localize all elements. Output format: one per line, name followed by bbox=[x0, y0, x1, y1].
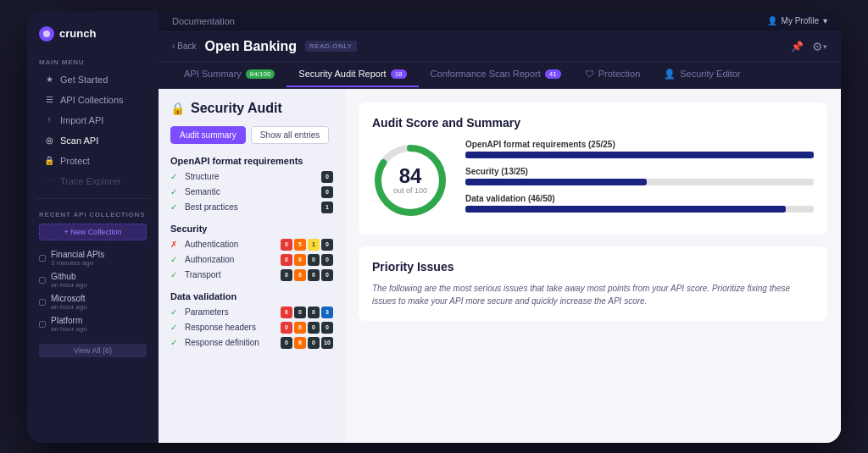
check-icon: ✓ bbox=[170, 270, 181, 279]
sidebar-item-label: Protect bbox=[60, 156, 90, 166]
audit-row-label: Parameters bbox=[185, 307, 276, 317]
collection-time: an hour ago bbox=[51, 281, 147, 289]
list-item: Github an hour ago bbox=[39, 269, 147, 291]
badge: 3 bbox=[321, 307, 333, 318]
tab-badge: 84/100 bbox=[246, 69, 275, 79]
bar-row: OpenAPI format requirements (25/25) bbox=[465, 140, 814, 158]
profile-button[interactable]: 👤 My Profile ▾ bbox=[767, 16, 827, 25]
score-out-of: out of 100 bbox=[393, 186, 427, 195]
badge: 0 bbox=[308, 254, 320, 266]
content-area: 🔒 Security Audit Audit summary Show all … bbox=[159, 89, 841, 443]
sidebar-item-protect[interactable]: 🔒 Protect bbox=[32, 152, 153, 170]
badge: 0 bbox=[281, 307, 292, 318]
sidebar-section-label: MAIN MENU bbox=[27, 53, 159, 69]
logo-icon bbox=[39, 26, 54, 41]
audit-title: Security Audit bbox=[191, 101, 282, 116]
badge: 0 bbox=[321, 186, 333, 198]
shield-icon: 🛡 bbox=[585, 69, 594, 79]
audit-buttons: Audit summary Show all entries bbox=[170, 126, 333, 144]
badge: 0 bbox=[294, 307, 306, 318]
back-button[interactable]: ‹ Back bbox=[172, 41, 197, 51]
sidebar-item-label: API Collections bbox=[60, 95, 124, 105]
badge: 10 bbox=[321, 337, 333, 349]
sidebar-item-api-collections[interactable]: ☰ API Collections bbox=[32, 91, 153, 109]
audit-row: ✓ Transport 0 8 0 0 bbox=[170, 269, 333, 281]
sidebar-item-import-api[interactable]: ↑ Import API bbox=[32, 111, 153, 130]
check-icon: ✓ bbox=[170, 202, 181, 212]
collection-dot bbox=[39, 299, 46, 306]
star-icon: ★ bbox=[44, 75, 54, 84]
security-section: Security ✗ Authentication 0 5 1 0 bbox=[170, 224, 333, 281]
badge: 0 bbox=[321, 269, 333, 281]
badge: 8 bbox=[294, 269, 306, 281]
recent-collections: RECENT API COLLECTIONS + New Collection … bbox=[27, 206, 159, 339]
tab-security-audit[interactable]: Security Audit Report 18 bbox=[287, 62, 418, 87]
section-title: Data validation bbox=[170, 291, 333, 301]
collection-dot bbox=[39, 321, 46, 328]
audit-row-label: Structure bbox=[185, 172, 317, 181]
badge: 0 bbox=[308, 337, 320, 349]
cross-icon: ✗ bbox=[170, 240, 181, 249]
app-layout: crunch MAIN MENU ★ Get Started ☰ API Col… bbox=[27, 11, 841, 443]
tab-security-editor[interactable]: 👤 Security Editor bbox=[652, 62, 753, 88]
sidebar-item-label: Trace Explorer bbox=[60, 176, 121, 186]
list-item: Platform an hour ago bbox=[39, 313, 147, 335]
collection-time: an hour ago bbox=[51, 303, 147, 311]
score-section: Audit Score and Summary 84 ou bbox=[359, 102, 827, 235]
tab-api-summary[interactable]: API Summary 84/100 bbox=[172, 62, 287, 87]
badge: 0 bbox=[281, 337, 292, 349]
lock-icon: 🔒 bbox=[170, 102, 185, 115]
collection-dot bbox=[39, 255, 46, 262]
tab-label: Protection bbox=[598, 69, 641, 79]
tab-label: Conformance Scan Report bbox=[431, 69, 541, 79]
badge: 0 bbox=[281, 239, 292, 251]
sidebar-item-scan-api[interactable]: ◎ Scan API bbox=[32, 131, 153, 150]
badge: 0 bbox=[308, 322, 320, 334]
view-all-button[interactable]: View All (6) bbox=[39, 344, 147, 357]
bar-fill bbox=[465, 206, 786, 213]
badge: 0 bbox=[281, 254, 292, 266]
check-icon: ✓ bbox=[170, 323, 181, 332]
collection-time: 3 minutes ago bbox=[51, 259, 147, 267]
page-header: ‹ Back Open Banking READ-ONLY 📌 ⚙ ▾ bbox=[159, 32, 841, 62]
audit-row: ✗ Authentication 0 5 1 0 bbox=[170, 239, 333, 251]
brand-name: crunch bbox=[59, 27, 96, 40]
badge: 8 bbox=[294, 254, 306, 266]
trace-icon: ⋯ bbox=[44, 176, 54, 185]
bar-fill bbox=[465, 179, 647, 185]
sidebar-item-get-started[interactable]: ★ Get Started bbox=[32, 70, 153, 89]
collection-name: Financial APIs bbox=[51, 250, 147, 259]
read-only-badge: READ-ONLY bbox=[305, 41, 357, 52]
badge: 0 bbox=[308, 307, 320, 318]
tab-conformance[interactable]: Conformance Scan Report 41 bbox=[419, 62, 573, 87]
collection-name: Microsoft bbox=[51, 294, 147, 303]
audit-row: ✓ Semantic 0 bbox=[170, 186, 333, 198]
check-icon: ✓ bbox=[170, 187, 181, 196]
section-title: Security bbox=[170, 224, 333, 234]
audit-row: ✓ Parameters 0 0 0 3 bbox=[170, 307, 333, 318]
badge: 0 bbox=[281, 269, 292, 281]
sidebar-item-label: Import API bbox=[60, 115, 103, 125]
badge: 0 bbox=[281, 322, 292, 334]
bar-label: Data validation (46/50) bbox=[465, 194, 814, 203]
bar-label: OpenAPI format requirements (25/25) bbox=[465, 140, 814, 149]
data-validation-section: Data validation ✓ Parameters 0 0 0 3 bbox=[170, 291, 333, 349]
sidebar-item-trace-explorer[interactable]: ⋯ Trace Explorer bbox=[32, 172, 153, 191]
sidebar-item-label: Scan API bbox=[60, 135, 98, 146]
settings-button[interactable]: ⚙ ▾ bbox=[812, 40, 827, 53]
audit-row-label: Transport bbox=[185, 270, 276, 279]
check-icon: ✓ bbox=[170, 307, 181, 317]
audit-summary-button[interactable]: Audit summary bbox=[170, 126, 246, 144]
svg-point-0 bbox=[43, 30, 50, 37]
audit-row: ✓ Best practices 1 bbox=[170, 202, 333, 213]
tab-label: Security Audit Report bbox=[298, 69, 386, 79]
list-icon: ☰ bbox=[44, 95, 54, 104]
show-all-entries-button[interactable]: Show all entries bbox=[251, 126, 330, 144]
person-icon: 👤 bbox=[767, 16, 777, 25]
tab-badge: 41 bbox=[545, 69, 561, 79]
audit-row-label: Best practices bbox=[185, 202, 317, 212]
tab-label: API Summary bbox=[184, 69, 242, 79]
list-item: Financial APIs 3 minutes ago bbox=[39, 247, 147, 269]
new-collection-button[interactable]: + New Collection bbox=[39, 224, 147, 240]
tab-protection[interactable]: 🛡 Protection bbox=[573, 62, 653, 87]
